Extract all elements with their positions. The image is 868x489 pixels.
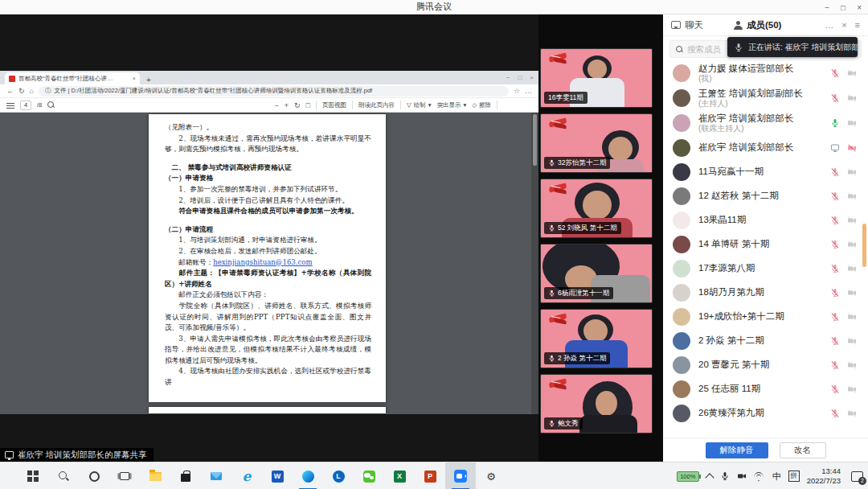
pdf-search-icon[interactable] — [47, 101, 55, 109]
camera-status-icon[interactable] — [847, 409, 857, 418]
camera-status-icon[interactable] — [847, 312, 857, 322]
mail-icon[interactable] — [201, 462, 231, 489]
ime-indicator[interactable]: 拼 — [788, 471, 800, 482]
powerpoint-icon[interactable]: P — [415, 462, 445, 489]
member-row[interactable]: 13果晶11期 — [663, 208, 868, 232]
read-aloud-button[interactable]: 朗读此页内容 — [358, 101, 395, 109]
mic-status-icon[interactable] — [830, 216, 840, 225]
panel-menu-icon[interactable]: ≡ — [855, 20, 860, 30]
page-view-button[interactable]: 页面视图 — [322, 101, 346, 109]
video-tile[interactable]: 32苏怡第十二期 — [540, 113, 653, 173]
tray-expand-icon[interactable] — [705, 473, 714, 482]
battery-icon[interactable]: 100% — [677, 471, 699, 482]
member-row[interactable]: 2 孙焱 第十二期 — [663, 329, 868, 353]
panel-more-icon[interactable]: … — [825, 20, 833, 30]
rename-button[interactable]: 改名 — [780, 442, 826, 458]
member-row[interactable]: 崔欣宇 培训策划部部长 — [663, 136, 868, 160]
favorites-star-icon[interactable]: ☆ — [514, 87, 520, 95]
mic-status-icon[interactable] — [830, 336, 840, 346]
browser-tab[interactable]: 首都高校“青春红丝带”社团核心讲… × — [5, 72, 140, 84]
mic-status-icon[interactable] — [830, 118, 840, 128]
pdf-scrollbar[interactable] — [531, 113, 538, 414]
camera-status-icon[interactable] — [847, 360, 857, 370]
edge-icon[interactable] — [293, 462, 323, 489]
member-row[interactable]: 王箫笠 培训策划部副部长 (主持人) — [663, 86, 868, 111]
camera-status-icon[interactable] — [847, 240, 857, 249]
url-field[interactable]: ⓘ 文件 | D:/社团活动/2022/厦门建设/培训认证/首都高校“青春红丝带… — [39, 86, 509, 97]
word-icon[interactable]: W — [262, 462, 293, 489]
tray-mic-icon[interactable] — [720, 471, 730, 481]
camera-status-icon[interactable] — [847, 143, 857, 153]
mic-status-icon[interactable] — [830, 68, 840, 78]
cortana-icon[interactable] — [79, 462, 109, 489]
taskview-icon[interactable] — [109, 462, 140, 489]
notification-icon[interactable]: 2 — [851, 471, 863, 482]
tab-members[interactable]: 成员(50) — [734, 19, 781, 31]
member-row[interactable]: 18胡乃月第九期 — [663, 281, 868, 305]
camera-status-icon[interactable] — [847, 191, 857, 201]
mic-status-icon[interactable] — [830, 384, 840, 394]
camera-status-icon[interactable] — [847, 216, 857, 225]
member-row[interactable]: 崔欣宇 培训策划部部长 (联席主持人) — [663, 111, 868, 136]
mic-status-icon[interactable] — [830, 167, 840, 177]
pdf-scrollbar-thumb[interactable] — [533, 114, 537, 166]
member-row[interactable]: 25 任志丽 11期 — [663, 377, 868, 401]
mic-status-icon[interactable] — [830, 240, 840, 249]
browser-maximize-icon[interactable]: □ — [518, 74, 522, 81]
browser-close-icon[interactable]: × — [530, 74, 534, 81]
email-link[interactable]: hexinjiangshituan@163.com — [213, 258, 313, 266]
meeting-icon[interactable] — [445, 462, 476, 489]
ie-icon[interactable]: e — [231, 462, 262, 489]
mic-status-icon[interactable] — [830, 264, 840, 273]
member-row[interactable]: 12 赵若秋 第十二期 — [663, 184, 868, 208]
search-icon[interactable] — [48, 462, 79, 489]
tab-close-icon[interactable]: × — [133, 75, 136, 82]
video-tile[interactable]: 鲍文秀 — [540, 374, 653, 434]
highlight-button[interactable]: 突出显示 ▾ — [436, 101, 466, 109]
browser-minimize-icon[interactable]: − — [506, 74, 510, 81]
erase-button[interactable]: ◇ 擦除 — [472, 101, 491, 109]
new-tab-button[interactable]: + — [146, 76, 151, 84]
settings-icon[interactable]: ⚙ — [476, 462, 506, 489]
wechat-icon[interactable] — [354, 462, 384, 489]
mic-status-icon[interactable] — [830, 93, 840, 103]
member-row[interactable]: 19+成欣怡+第十二期 — [663, 305, 868, 329]
clock[interactable]: 13:44 2022/7/23 — [807, 466, 841, 487]
zoom-out-icon[interactable]: − — [274, 101, 278, 109]
close-button[interactable]: × — [857, 3, 862, 12]
mic-status-icon[interactable] — [830, 312, 840, 322]
fit-page-icon[interactable]: □ — [305, 101, 309, 109]
zoom-in-icon[interactable]: + — [285, 101, 289, 109]
member-row[interactable]: 赵力媛 媒体运营部部长 (我) — [663, 61, 868, 86]
camera-status-icon[interactable] — [847, 68, 857, 78]
member-row[interactable]: 17李源第八期 — [663, 257, 868, 281]
wifi-icon[interactable] — [754, 472, 765, 481]
camera-status-icon[interactable] — [847, 264, 857, 273]
mic-status-icon[interactable] — [830, 143, 840, 153]
unmute-button[interactable]: 解除静音 — [706, 442, 768, 458]
camera-status-icon[interactable] — [847, 167, 857, 177]
explorer-icon[interactable] — [140, 462, 170, 489]
tray-camera-icon[interactable] — [737, 471, 747, 481]
camera-status-icon[interactable] — [847, 93, 857, 103]
member-row[interactable]: 11马宛嬴十一期 — [663, 160, 868, 184]
language-indicator[interactable]: 中 — [772, 471, 781, 483]
toc-icon[interactable] — [6, 102, 14, 109]
video-tile[interactable]: 16李雯11期 — [540, 48, 653, 108]
video-tile[interactable]: 52 刘晓凤 第十二期 — [540, 179, 653, 238]
draw-button[interactable]: ▽ 绘制 ▾ — [407, 101, 432, 109]
member-list[interactable]: 赵力媛 媒体运营部部长 (我) — [663, 61, 868, 433]
member-row[interactable]: 20 曹馨元 第十期 — [663, 353, 868, 377]
member-row[interactable]: 26黄臻萍第九期 — [663, 401, 868, 425]
mic-status-icon[interactable] — [830, 360, 840, 370]
mic-status-icon[interactable] — [830, 409, 840, 418]
back-icon[interactable]: ← — [6, 87, 14, 95]
refresh-icon[interactable]: ↻ — [18, 87, 25, 95]
page-number-input[interactable] — [20, 101, 31, 110]
panel-close-icon[interactable]: × — [841, 20, 846, 30]
excel-icon[interactable]: X — [384, 462, 415, 489]
video-tile[interactable]: 6杨雨潼第十一期 — [540, 244, 653, 303]
camera-status-icon[interactable] — [847, 118, 857, 128]
mic-status-icon[interactable] — [830, 191, 840, 201]
mic-status-icon[interactable] — [830, 288, 840, 298]
